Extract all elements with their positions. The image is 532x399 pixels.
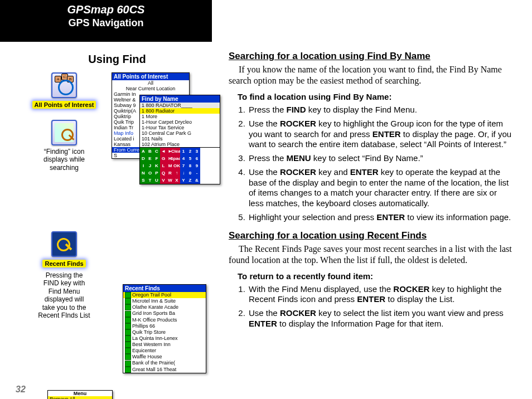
keypad-key: C <box>153 148 160 155</box>
keypad-key: V <box>160 177 167 184</box>
recent-caption: Pressing the FIND key with Find Menu dis… <box>33 271 95 319</box>
keypad-key: X <box>173 177 180 184</box>
onscreen-keypad: ABC◄►Clear123DEFGHSpace456IJKLMOK789NOPQ… <box>140 147 220 184</box>
keypad-key: 9 <box>194 162 200 169</box>
poi-right-item: 102 Atrium Place <box>140 142 220 147</box>
poi-right-item: 1-Hour Tax Service <box>140 125 220 130</box>
poi-right-item: 1 800 Radiator <box>140 108 220 114</box>
left-title: Using Find <box>17 53 217 66</box>
poi-sub2: Near Current Location <box>112 86 189 91</box>
heading-recent: Searching for a location using Recent Fi… <box>229 230 513 241</box>
keypad-key: M <box>167 162 173 169</box>
steps-findbyname: Press the FIND key to display the Find M… <box>229 105 513 223</box>
keypad-key: ↓ <box>180 169 187 177</box>
step3: Press the MENU key to select “Find By Na… <box>248 153 513 164</box>
keypad-key: 4 <box>180 155 187 162</box>
poi-right-item: 10 Central Car Park G <box>140 130 220 136</box>
recent-item: Grid Iron Sports Ba <box>123 310 206 317</box>
poi-screen-front: Find by Name 1 800 RADIATOR____ 1 800 Ra… <box>139 95 220 184</box>
poi-right-item: 1-Hour Carpet Drycleo <box>140 119 220 125</box>
heading-findbyname: Searching for a location using Find By N… <box>229 50 513 62</box>
keypad-key: 3 <box>194 148 200 155</box>
steps-recent: With the Find Menu displayed, use the RO… <box>229 284 513 329</box>
recent-label: Recent Finds <box>42 260 85 267</box>
poi-sub1: All <box>112 80 189 86</box>
keypad-key: F <box>153 155 160 162</box>
para1: If you know the name of the location you… <box>229 64 513 86</box>
recent-item: Equicenter <box>123 348 206 354</box>
recent-finds-screen: Recent Finds Oregon Trail PoolMicrotel I… <box>123 284 206 373</box>
page-header: GPSmap 60CS GPS Navigation <box>0 0 212 42</box>
keypad-key: 7 <box>180 162 187 169</box>
header-subtitle: GPS Navigation <box>0 17 212 29</box>
keypad-key: N <box>140 169 147 177</box>
keypad-key: Space <box>173 155 180 162</box>
keypad-key: & <box>194 177 200 184</box>
options-menu: Menu Remove All MENU for Main Menu <box>47 390 113 399</box>
poi-label: All Points of Interest <box>32 101 96 109</box>
page-number: 32 <box>16 385 26 395</box>
left-column: Using Find A C B All Points of Interest … <box>17 53 217 70</box>
options-menu-title: Menu <box>48 391 112 396</box>
recent-item: Olathe Karate Acade <box>123 304 206 310</box>
step4: Use the ROCKER key and ENTER key to oper… <box>248 167 513 209</box>
keypad-key: 5 <box>187 155 194 162</box>
find-by-name-title: Find by Name <box>140 95 220 103</box>
poi-right-item: 1 More <box>140 114 220 119</box>
recent-item: Phillips 66 <box>123 323 206 329</box>
keypad-key: T <box>147 177 153 184</box>
keypad-key: P <box>153 169 160 177</box>
recent-item: La Quinta Inn-Lenex <box>123 335 206 342</box>
keypad-key: R <box>167 169 173 177</box>
right-column: Searching for a location using Find By N… <box>229 50 513 336</box>
finding-icon <box>51 120 77 145</box>
recent-item: Microtel Inn & Suite <box>123 298 206 304</box>
keypad-key: D <box>140 155 147 162</box>
keypad-key: 0 <box>187 169 194 177</box>
keypad-key: S <box>140 177 147 184</box>
finding-caption: “Finding” icon displays while searching <box>33 148 95 172</box>
sublabel1: To find a location using Find By Name: <box>238 92 513 103</box>
recent-icon-block: Recent Finds Pressing the FIND key with … <box>33 231 95 319</box>
options-menu-row: Remove All <box>48 396 112 399</box>
recent-item: M-K Office Products <box>123 317 206 323</box>
keypad-key: E <box>147 155 153 162</box>
step5: Highlight your selection and press ENTER… <box>248 212 513 223</box>
keypad-key: A <box>140 148 147 155</box>
keypad-key: Clear <box>173 148 180 155</box>
step2: Use the ROCKER key to highlight the Grou… <box>248 119 513 150</box>
recent-item: Oregon Trail Pool <box>123 292 206 298</box>
recent-item: Bank of the Prairie( <box>123 360 206 366</box>
rstep1: With the Find Menu displayed, use the RO… <box>248 284 513 305</box>
keypad-key: O <box>147 169 153 177</box>
keypad-key: Z <box>187 177 194 184</box>
keypad-key: 6 <box>194 155 200 162</box>
recent-finds-icon <box>51 231 77 257</box>
keypad-key: 8 <box>187 162 194 169</box>
keypad-key: L <box>160 162 167 169</box>
keypad-key: OK <box>173 162 180 169</box>
para2: The Recent Finds Page saves your most re… <box>229 244 513 266</box>
sublabel2: To return to a recently found item: <box>238 271 513 282</box>
find-input: 1 800 RADIATOR____ <box>140 103 220 108</box>
keypad-key: K <box>153 162 160 169</box>
keypad-key: ◄ <box>160 148 167 155</box>
keypad-key: Y <box>180 177 187 184</box>
keypad-key: U <box>153 177 160 184</box>
keypad-key: 1 <box>180 148 187 155</box>
recent-finds-title: Recent Finds <box>123 285 206 292</box>
keypad-key: W <box>167 177 173 184</box>
poi-icon-block: A C B All Points of Interest <box>28 72 100 109</box>
poi-icon: A C B <box>51 72 77 98</box>
keypad-key: 2 <box>187 148 194 155</box>
keypad-key: I <box>140 162 147 169</box>
keypad-key: ↑ <box>173 169 180 177</box>
keypad-key: J <box>147 162 153 169</box>
recent-item: Quik Trip Store <box>123 329 206 335</box>
step1: Press the FIND key to display the Find M… <box>248 105 513 115</box>
recent-item: Waffle House <box>123 354 206 360</box>
recent-item: Great Mall 16 Theat <box>123 367 206 373</box>
recent-item: Best Western Inn <box>123 342 206 348</box>
keypad-key: - <box>194 169 200 177</box>
poi-right-item: 101 Nails <box>140 136 220 142</box>
